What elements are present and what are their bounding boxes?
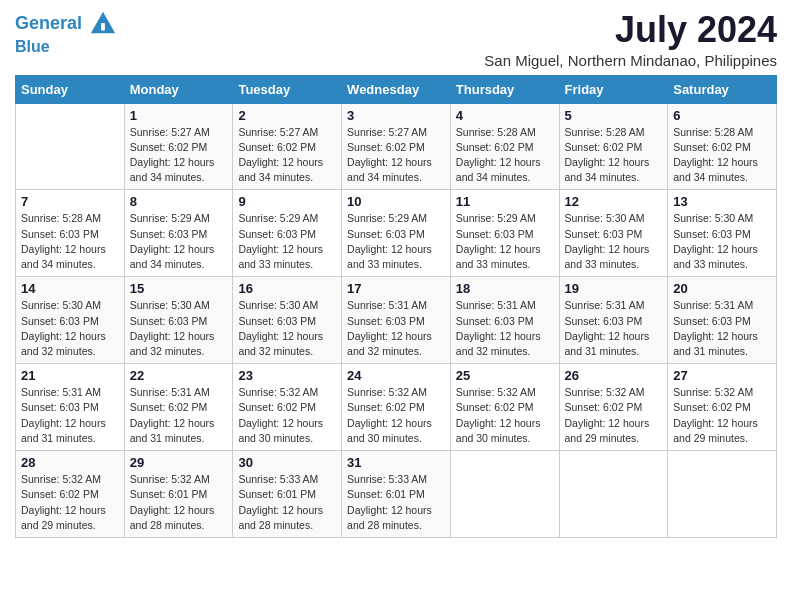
calendar-cell: 13 Sunrise: 5:30 AM Sunset: 6:03 PM Dayl… [668,190,777,277]
calendar-cell: 6 Sunrise: 5:28 AM Sunset: 6:02 PM Dayli… [668,103,777,190]
sunset-label: Sunset: 6:02 PM [130,401,208,413]
daylight-label: Daylight: 12 hours and 29 minutes. [565,417,650,444]
sunrise-label: Sunrise: 5:33 AM [238,473,318,485]
day-info: Sunrise: 5:30 AM Sunset: 6:03 PM Dayligh… [673,211,771,272]
sunset-label: Sunset: 6:02 PM [130,141,208,153]
daylight-label: Daylight: 12 hours and 32 minutes. [456,330,541,357]
day-number: 7 [21,194,119,209]
sunrise-label: Sunrise: 5:30 AM [565,212,645,224]
daylight-label: Daylight: 12 hours and 33 minutes. [347,243,432,270]
daylight-label: Daylight: 12 hours and 31 minutes. [673,330,758,357]
calendar-cell: 30 Sunrise: 5:33 AM Sunset: 6:01 PM Dayl… [233,451,342,538]
calendar-cell: 4 Sunrise: 5:28 AM Sunset: 6:02 PM Dayli… [450,103,559,190]
day-number: 11 [456,194,554,209]
daylight-label: Daylight: 12 hours and 29 minutes. [21,504,106,531]
sunrise-label: Sunrise: 5:27 AM [130,126,210,138]
daylight-label: Daylight: 12 hours and 33 minutes. [238,243,323,270]
day-number: 29 [130,455,228,470]
calendar-cell: 31 Sunrise: 5:33 AM Sunset: 6:01 PM Dayl… [342,451,451,538]
day-info: Sunrise: 5:31 AM Sunset: 6:02 PM Dayligh… [130,385,228,446]
calendar-cell: 1 Sunrise: 5:27 AM Sunset: 6:02 PM Dayli… [124,103,233,190]
sunrise-label: Sunrise: 5:29 AM [238,212,318,224]
logo-text: General [15,10,117,38]
daylight-label: Daylight: 12 hours and 33 minutes. [565,243,650,270]
day-number: 10 [347,194,445,209]
day-number: 13 [673,194,771,209]
sunset-label: Sunset: 6:03 PM [565,228,643,240]
sunset-label: Sunset: 6:02 PM [238,401,316,413]
sunset-label: Sunset: 6:03 PM [130,315,208,327]
sunrise-label: Sunrise: 5:32 AM [130,473,210,485]
sunset-label: Sunset: 6:03 PM [673,228,751,240]
day-info: Sunrise: 5:27 AM Sunset: 6:02 PM Dayligh… [130,125,228,186]
weekday-header: Wednesday [342,75,451,103]
day-number: 18 [456,281,554,296]
sunrise-label: Sunrise: 5:27 AM [238,126,318,138]
day-info: Sunrise: 5:31 AM Sunset: 6:03 PM Dayligh… [673,298,771,359]
calendar-cell: 18 Sunrise: 5:31 AM Sunset: 6:03 PM Dayl… [450,277,559,364]
sunrise-label: Sunrise: 5:30 AM [130,299,210,311]
calendar-cell: 21 Sunrise: 5:31 AM Sunset: 6:03 PM Dayl… [16,364,125,451]
calendar-cell: 7 Sunrise: 5:28 AM Sunset: 6:03 PM Dayli… [16,190,125,277]
sunrise-label: Sunrise: 5:27 AM [347,126,427,138]
day-number: 30 [238,455,336,470]
day-number: 9 [238,194,336,209]
calendar-cell: 11 Sunrise: 5:29 AM Sunset: 6:03 PM Dayl… [450,190,559,277]
day-info: Sunrise: 5:29 AM Sunset: 6:03 PM Dayligh… [130,211,228,272]
daylight-label: Daylight: 12 hours and 32 minutes. [238,330,323,357]
sunrise-label: Sunrise: 5:32 AM [673,386,753,398]
sunrise-label: Sunrise: 5:33 AM [347,473,427,485]
sunrise-label: Sunrise: 5:28 AM [673,126,753,138]
sunset-label: Sunset: 6:02 PM [565,141,643,153]
calendar-cell [559,451,668,538]
sunrise-label: Sunrise: 5:29 AM [130,212,210,224]
weekday-header: Monday [124,75,233,103]
day-number: 19 [565,281,663,296]
sunset-label: Sunset: 6:02 PM [673,401,751,413]
daylight-label: Daylight: 12 hours and 34 minutes. [673,156,758,183]
day-info: Sunrise: 5:29 AM Sunset: 6:03 PM Dayligh… [456,211,554,272]
calendar-cell: 23 Sunrise: 5:32 AM Sunset: 6:02 PM Dayl… [233,364,342,451]
calendar-cell [450,451,559,538]
sunset-label: Sunset: 6:03 PM [347,315,425,327]
sunrise-label: Sunrise: 5:32 AM [21,473,101,485]
weekday-header: Thursday [450,75,559,103]
day-info: Sunrise: 5:29 AM Sunset: 6:03 PM Dayligh… [347,211,445,272]
location-subtitle: San Miguel, Northern Mindanao, Philippin… [484,52,777,69]
daylight-label: Daylight: 12 hours and 31 minutes. [21,417,106,444]
sunset-label: Sunset: 6:01 PM [238,488,316,500]
calendar-cell: 14 Sunrise: 5:30 AM Sunset: 6:03 PM Dayl… [16,277,125,364]
daylight-label: Daylight: 12 hours and 34 minutes. [456,156,541,183]
day-info: Sunrise: 5:32 AM Sunset: 6:01 PM Dayligh… [130,472,228,533]
day-info: Sunrise: 5:27 AM Sunset: 6:02 PM Dayligh… [347,125,445,186]
sunrise-label: Sunrise: 5:29 AM [347,212,427,224]
sunrise-label: Sunrise: 5:28 AM [21,212,101,224]
logo-subtext: Blue [15,38,117,56]
day-info: Sunrise: 5:32 AM Sunset: 6:02 PM Dayligh… [21,472,119,533]
sunset-label: Sunset: 6:03 PM [673,315,751,327]
calendar-cell: 24 Sunrise: 5:32 AM Sunset: 6:02 PM Dayl… [342,364,451,451]
daylight-label: Daylight: 12 hours and 28 minutes. [130,504,215,531]
calendar-cell: 26 Sunrise: 5:32 AM Sunset: 6:02 PM Dayl… [559,364,668,451]
day-number: 25 [456,368,554,383]
day-number: 5 [565,108,663,123]
calendar-cell: 17 Sunrise: 5:31 AM Sunset: 6:03 PM Dayl… [342,277,451,364]
sunset-label: Sunset: 6:03 PM [347,228,425,240]
sunrise-label: Sunrise: 5:30 AM [21,299,101,311]
sunset-label: Sunset: 6:02 PM [347,401,425,413]
calendar-cell: 19 Sunrise: 5:31 AM Sunset: 6:03 PM Dayl… [559,277,668,364]
calendar-cell: 15 Sunrise: 5:30 AM Sunset: 6:03 PM Dayl… [124,277,233,364]
daylight-label: Daylight: 12 hours and 34 minutes. [130,156,215,183]
month-title: July 2024 [484,10,777,50]
day-number: 17 [347,281,445,296]
calendar-cell: 25 Sunrise: 5:32 AM Sunset: 6:02 PM Dayl… [450,364,559,451]
sunset-label: Sunset: 6:02 PM [565,401,643,413]
day-info: Sunrise: 5:32 AM Sunset: 6:02 PM Dayligh… [565,385,663,446]
sunset-label: Sunset: 6:02 PM [238,141,316,153]
day-number: 12 [565,194,663,209]
calendar-cell: 27 Sunrise: 5:32 AM Sunset: 6:02 PM Dayl… [668,364,777,451]
sunrise-label: Sunrise: 5:30 AM [673,212,753,224]
calendar-cell: 28 Sunrise: 5:32 AM Sunset: 6:02 PM Dayl… [16,451,125,538]
calendar-cell: 3 Sunrise: 5:27 AM Sunset: 6:02 PM Dayli… [342,103,451,190]
sunrise-label: Sunrise: 5:31 AM [347,299,427,311]
